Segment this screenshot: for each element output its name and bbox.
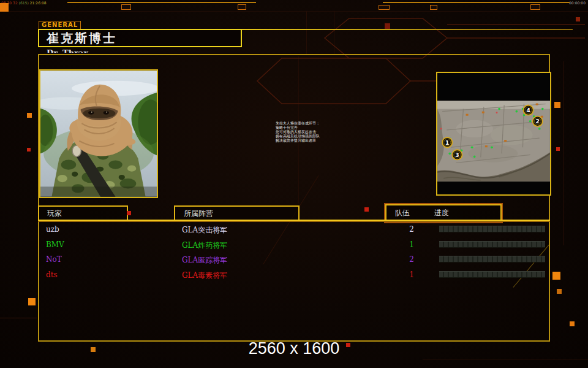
enemy-general-title: 崔克斯博士 bbox=[38, 29, 242, 47]
deco-square bbox=[364, 207, 369, 212]
start-position-3: 3 bbox=[452, 150, 462, 159]
deco-square bbox=[552, 272, 560, 280]
svg-text:3: 3 bbox=[455, 152, 459, 158]
player-team: 2 bbox=[405, 225, 418, 234]
deco-square bbox=[385, 23, 390, 29]
deco-square bbox=[557, 289, 562, 294]
player-name: BMV bbox=[46, 240, 64, 249]
deco-square bbox=[0, 3, 9, 12]
mission-briefing-text: 朱拉夫人将你委任成环节： 策略十分完善 您可对敌的大楼发起攻击 拥有高端且机动性… bbox=[276, 121, 368, 142]
session-time: 21:26:08 bbox=[30, 1, 47, 5]
generals-loading-screen: 08 30 32 (615) 21:26:08 00:00:00 GENERAL… bbox=[0, 0, 588, 368]
start-position-2: 2 bbox=[533, 117, 543, 126]
player-team: 1 bbox=[405, 240, 418, 249]
player-row: dts GLA毒素将军 1 bbox=[38, 269, 550, 284]
svg-text:1: 1 bbox=[445, 140, 449, 146]
deco-line bbox=[67, 2, 256, 3]
deco-square bbox=[127, 211, 131, 215]
resolution-label: 2560 x 1600 bbox=[0, 339, 588, 358]
briefing-line: 朱拉夫人将你委任成环节： bbox=[276, 121, 368, 125]
player-name: NoT bbox=[46, 255, 62, 264]
deco-square bbox=[554, 102, 560, 108]
minimap-illustration: 1 2 3 4 bbox=[437, 73, 550, 194]
load-progress-bar bbox=[439, 241, 545, 248]
column-header-team: 队伍 bbox=[395, 209, 410, 217]
player-name: uzb bbox=[46, 225, 59, 234]
deco-square bbox=[346, 343, 350, 347]
map-preview: 1 2 3 4 bbox=[436, 72, 551, 196]
briefing-line: 您可对敌的大楼发起攻击 bbox=[276, 129, 368, 134]
player-faction: GLA突击将军 bbox=[182, 225, 227, 236]
player-row: NoT GLA匿踪将军 2 bbox=[38, 253, 550, 269]
start-position-1: 1 bbox=[442, 137, 452, 147]
deco-square bbox=[556, 147, 560, 151]
player-row: BMV GLA炸药将军 1 bbox=[38, 239, 550, 254]
deco-line bbox=[423, 359, 588, 359]
load-progress-bar bbox=[439, 256, 545, 263]
load-progress-bar bbox=[439, 226, 545, 232]
player-team: 1 bbox=[405, 270, 418, 279]
general-tag-label: GENERAL bbox=[39, 21, 81, 29]
title-extension-line bbox=[242, 29, 573, 30]
deco-square bbox=[576, 17, 580, 21]
player-name: dts bbox=[46, 270, 58, 279]
briefing-line: 解决敌防并提升输出速率 bbox=[276, 138, 368, 142]
deco-line bbox=[0, 11, 588, 12]
player-faction: GLA毒素将军 bbox=[182, 270, 227, 281]
deco-square bbox=[27, 113, 32, 118]
load-progress-bar bbox=[439, 271, 545, 278]
portrait-illustration bbox=[40, 71, 157, 197]
enemy-general-subtitle-clipped: Dr. Thrax bbox=[47, 48, 181, 53]
briefing-line: 拥有高端且机动性强的部队 bbox=[276, 134, 368, 138]
player-team: 2 bbox=[405, 255, 418, 264]
table-separator-line bbox=[38, 220, 550, 222]
column-header-progress: 进度 bbox=[434, 209, 449, 217]
deco-square bbox=[27, 148, 31, 151]
svg-text:2: 2 bbox=[536, 118, 540, 125]
deco-rect bbox=[379, 5, 390, 10]
deco-square bbox=[28, 298, 36, 305]
svg-text:4: 4 bbox=[526, 107, 530, 113]
start-position-4: 4 bbox=[523, 105, 533, 115]
deco-rect bbox=[121, 4, 131, 10]
deco-square bbox=[570, 321, 575, 326]
player-row: uzb GLA突击将军 2 bbox=[38, 223, 550, 239]
session-build: (615) bbox=[19, 1, 29, 5]
player-table: uzb GLA突击将军 2 BMV GLA炸药将军 1 NoT GLA匿踪将军 … bbox=[38, 223, 550, 283]
deco-line bbox=[383, 2, 570, 3]
deco-line bbox=[0, 318, 37, 318]
general-portrait bbox=[39, 69, 158, 198]
player-faction: GLA炸药将军 bbox=[182, 240, 227, 251]
game-timer: 00:00:00 bbox=[569, 1, 586, 5]
deco-rect bbox=[530, 4, 540, 10]
deco-square bbox=[91, 347, 96, 352]
deco-rect bbox=[238, 4, 246, 10]
briefing-line: 策略十分完善 bbox=[276, 125, 368, 129]
player-faction: GLA匿踪将军 bbox=[182, 255, 227, 266]
deco-rect bbox=[430, 5, 437, 10]
